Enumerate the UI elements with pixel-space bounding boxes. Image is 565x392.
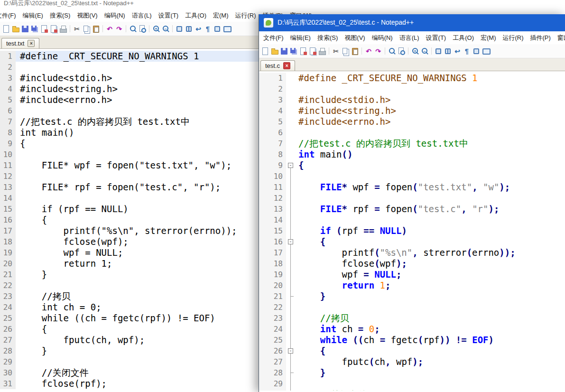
titlebar[interactable]: D:\码云库\2022\test_02_25\test.c - Notepad+… bbox=[259, 14, 565, 31]
sync-horizontal-icon[interactable] bbox=[444, 47, 452, 56]
copy-icon[interactable] bbox=[341, 47, 350, 56]
tab-test-txt[interactable]: test.txt × bbox=[1, 38, 39, 48]
copy-icon[interactable] bbox=[82, 25, 91, 33]
line-number: 29 bbox=[259, 378, 286, 389]
code-line: 22 bbox=[259, 302, 565, 313]
zoom-in-icon[interactable]: + bbox=[152, 25, 160, 33]
code-line: 7//把test.c 的内容拷贝到 test.txt中 bbox=[259, 138, 565, 149]
menu-item[interactable]: 工具(O) bbox=[449, 34, 477, 42]
menu-item[interactable]: 语言(L) bbox=[396, 34, 423, 42]
menu-item[interactable]: 运行(R) bbox=[499, 34, 527, 42]
fold-margin: - bbox=[286, 160, 296, 171]
new-file-icon[interactable] bbox=[2, 25, 10, 33]
undo-icon[interactable]: ↶ bbox=[364, 47, 373, 56]
text-editor-test-c[interactable]: 1#define _CRT_SECURE_NO_WARNINGS 123#inc… bbox=[259, 71, 565, 391]
print-icon[interactable] bbox=[59, 25, 67, 33]
new-file-icon[interactable] bbox=[261, 47, 269, 56]
titlebar[interactable]: D:\码云库\2022\test_02_25\test.txt - Notepa… bbox=[0, 0, 565, 9]
save-all-icon[interactable] bbox=[289, 47, 298, 56]
menu-item[interactable]: 文件(F) bbox=[260, 34, 287, 42]
zoom-out-icon[interactable]: − bbox=[420, 47, 429, 56]
close-icon[interactable] bbox=[40, 25, 48, 33]
menu-item[interactable]: 视图(V) bbox=[341, 34, 368, 42]
replace-icon[interactable] bbox=[397, 47, 406, 56]
zoom-out-icon[interactable]: − bbox=[161, 25, 170, 33]
menu-item[interactable]: 编码(N) bbox=[369, 34, 396, 42]
replace-icon[interactable] bbox=[138, 25, 147, 33]
menu-item[interactable]: 运行(R) bbox=[232, 11, 259, 20]
redo-icon[interactable]: ↷ bbox=[115, 25, 123, 33]
menu-item[interactable]: 工具(O) bbox=[182, 11, 210, 20]
menu-item[interactable]: 搜索(S) bbox=[314, 34, 341, 42]
paste-icon[interactable] bbox=[92, 25, 100, 33]
toolbar-separator bbox=[172, 25, 173, 32]
menu-item[interactable]: 宏(M) bbox=[477, 34, 500, 42]
sync-vertical-icon[interactable] bbox=[434, 47, 443, 56]
fold-margin bbox=[286, 116, 296, 127]
open-file-icon[interactable] bbox=[11, 25, 20, 33]
tab-close-icon[interactable]: × bbox=[28, 40, 35, 47]
print-icon[interactable] bbox=[318, 47, 326, 56]
word-wrap-icon[interactable]: ↩ bbox=[453, 47, 462, 56]
save-icon[interactable] bbox=[21, 25, 29, 33]
open-file-icon[interactable] bbox=[270, 47, 279, 56]
save-icon[interactable] bbox=[280, 47, 288, 56]
menu-item[interactable]: 设置(T) bbox=[423, 34, 450, 42]
show-all-characters-icon[interactable]: ¶ bbox=[463, 47, 471, 56]
find-icon[interactable] bbox=[129, 25, 137, 33]
code-text: if (rpf == NULL) bbox=[296, 225, 565, 236]
code-text: { bbox=[296, 160, 565, 171]
code-text: wpf = NULL; bbox=[296, 269, 565, 280]
tab-test-c[interactable]: test.c × bbox=[260, 60, 295, 71]
menu-item[interactable]: 设置(T) bbox=[155, 11, 182, 20]
paste-icon[interactable] bbox=[351, 47, 359, 56]
menu-item[interactable]: 搜索(S) bbox=[46, 11, 74, 20]
line-number: 26 bbox=[0, 324, 16, 335]
fold-collapse-icon[interactable]: - bbox=[288, 239, 293, 244]
cut-icon[interactable]: ✂ bbox=[332, 47, 340, 56]
save-all-icon[interactable] bbox=[30, 25, 39, 33]
menu-item[interactable]: 编辑(E) bbox=[19, 11, 46, 20]
menu-item[interactable]: 插件(P) bbox=[527, 34, 554, 42]
line-number: 17 bbox=[259, 247, 286, 258]
close-all-icon[interactable] bbox=[49, 25, 58, 33]
line-number: 12 bbox=[259, 193, 286, 204]
line-number: 22 bbox=[259, 302, 286, 313]
close-all-icon[interactable] bbox=[308, 47, 317, 56]
line-number: 31 bbox=[0, 378, 16, 389]
word-wrap-icon[interactable]: ↩ bbox=[194, 25, 203, 33]
code-text bbox=[296, 84, 565, 94]
code-line: 13 FILE* rpf = fopen("test.c", "r"); bbox=[259, 204, 565, 215]
line-number: 13 bbox=[259, 204, 286, 215]
close-icon[interactable] bbox=[299, 47, 307, 56]
sync-horizontal-icon[interactable] bbox=[185, 25, 193, 33]
indent-guide-icon[interactable] bbox=[213, 25, 222, 33]
sync-vertical-icon[interactable] bbox=[175, 25, 184, 33]
indent-guide-icon[interactable] bbox=[472, 47, 481, 56]
code-text: #include<errno.h> bbox=[296, 116, 565, 127]
code-text: //关闭文件 bbox=[296, 389, 565, 391]
menu-item[interactable]: 窗口(W) bbox=[554, 34, 565, 42]
menu-item[interactable]: 宏(M) bbox=[210, 11, 232, 20]
cut-icon[interactable]: ✂ bbox=[73, 25, 81, 33]
window-title: D:\码云库\2022\test_02_25\test.txt - Notepa… bbox=[4, 0, 565, 8]
undo-icon[interactable]: ↶ bbox=[105, 25, 114, 33]
doc-map-icon[interactable] bbox=[482, 47, 490, 56]
fold-margin bbox=[286, 335, 296, 345]
fold-collapse-icon[interactable]: - bbox=[288, 163, 293, 168]
find-icon[interactable] bbox=[388, 47, 396, 56]
menu-item[interactable]: 语言(L) bbox=[129, 11, 155, 20]
fold-collapse-icon[interactable]: - bbox=[288, 348, 293, 354]
menu-item[interactable]: 编辑(E) bbox=[287, 34, 314, 42]
code-line: 21 } bbox=[259, 291, 565, 302]
doc-map-icon[interactable] bbox=[222, 25, 231, 33]
line-number: 20 bbox=[0, 258, 16, 269]
line-number: 25 bbox=[259, 335, 286, 345]
zoom-in-icon[interactable]: + bbox=[411, 47, 419, 56]
redo-icon[interactable]: ↷ bbox=[374, 47, 382, 56]
tab-close-icon[interactable]: × bbox=[283, 62, 290, 69]
menu-item[interactable]: 视图(V) bbox=[74, 11, 101, 20]
menu-item[interactable]: 文件(F) bbox=[0, 11, 19, 20]
show-all-characters-icon[interactable]: ¶ bbox=[204, 25, 212, 33]
menu-item[interactable]: 编码(N) bbox=[101, 11, 129, 20]
